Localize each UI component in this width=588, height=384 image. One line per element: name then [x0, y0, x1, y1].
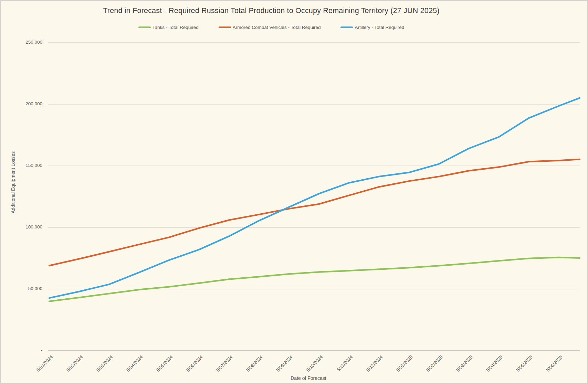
- y-axis-title: Additional Equipment Losses: [10, 151, 16, 214]
- plot-area: [1, 1, 588, 384]
- y-tick-label: 250,000: [1, 40, 42, 45]
- series-line-artillery: [49, 98, 580, 298]
- series-line-tanks: [49, 257, 580, 301]
- chart-canvas: Trend in Forecast - Required Russian Tot…: [0, 0, 588, 384]
- y-tick-label: 150,000: [1, 163, 42, 168]
- y-tick-label: 200,000: [1, 101, 42, 106]
- y-tick-label: 50,000: [1, 286, 42, 291]
- y-tick-label: 100,000: [1, 224, 42, 230]
- y-tick-label: -: [1, 348, 42, 353]
- series-line-armored: [49, 159, 580, 266]
- x-axis-title: Date of Forecast: [291, 375, 326, 381]
